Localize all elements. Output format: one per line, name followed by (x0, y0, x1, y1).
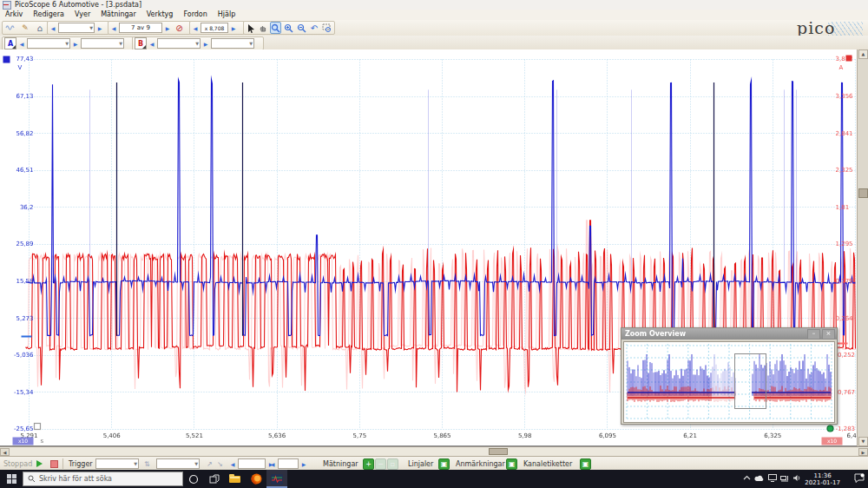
trigger-status-bar: Stoppad Trigger ▼ ⇅ ▼ ↗ ↘ ◀▶ ◀▶ Mätninga… (0, 456, 868, 470)
vertical-scroll-handle[interactable] (858, 188, 868, 198)
start-button[interactable] (36, 457, 43, 471)
tray-expand-icon[interactable] (743, 475, 751, 483)
taskbar-clock[interactable]: 11:36 2021-01-17 (805, 472, 840, 486)
start-button-windows[interactable] (0, 470, 23, 488)
zoom-factor-group: ◀ x 8,708 ▶ (189, 21, 245, 35)
delete-icon: ▫ (387, 458, 398, 470)
display-icon[interactable] (768, 474, 777, 484)
scroll-right-icon[interactable]: ▶ (858, 448, 868, 456)
zoom-out-icon[interactable] (296, 22, 307, 34)
zoom-factor-value[interactable]: x 8,708 (201, 23, 228, 33)
play-icon (36, 460, 43, 467)
view-select[interactable]: ▼ (58, 23, 95, 33)
chevron-down-icon: ▼ (194, 461, 198, 466)
menu-fordon[interactable]: Fordon (178, 10, 212, 20)
zoom-in-step-button[interactable]: ▶ (230, 25, 237, 31)
edit-measurement-button[interactable]: − (375, 457, 386, 471)
zoom-tool-icon[interactable] (270, 22, 281, 34)
capture-status: Stoppad (3, 457, 32, 471)
channel-a-range-prev[interactable]: ◀ (18, 41, 25, 47)
plus-icon: + (363, 458, 374, 470)
zoom-overview-close-button[interactable]: × (822, 329, 835, 340)
rulers-icon: ▣ (438, 458, 450, 470)
channel-a-group: A ◀ ▼ ▶ ▼ (2, 36, 134, 50)
zoom-overview-titlebar[interactable]: Zoom Overview – × (621, 328, 837, 340)
pointer-tools-group: ↶ (243, 21, 335, 35)
spin-left-icon[interactable]: ◀ (269, 461, 276, 467)
channel-a-range-select[interactable]: ▼ (27, 38, 70, 49)
scroll-left-icon[interactable]: ◀ (0, 448, 10, 456)
buffer-prev-button[interactable]: ◀ (110, 25, 117, 31)
pointer-tool-icon[interactable] (246, 22, 256, 34)
delete-measurement-button[interactable]: ▫ (387, 457, 398, 471)
buffer-next-button[interactable]: ▶ (164, 25, 171, 31)
channel-labels-button[interactable]: ▣ (580, 457, 591, 471)
scroll-up-icon[interactable]: ▲ (858, 49, 868, 59)
scroll-down-icon[interactable]: ▼ (858, 437, 868, 446)
stream-icon[interactable] (4, 22, 17, 34)
chevron-down-icon: ▼ (195, 41, 199, 46)
rising-edge-icon[interactable]: ↗ (207, 457, 213, 471)
task-view-icon[interactable] (204, 470, 225, 488)
menu-verktyg[interactable]: Verktyg (141, 10, 179, 20)
rulers-button[interactable]: ▣ (438, 457, 450, 471)
menu-vyer[interactable]: Vyer (69, 10, 95, 20)
channel-a-range-next[interactable]: ▶ (72, 41, 79, 47)
channel-b-range-prev[interactable]: ◀ (148, 41, 155, 47)
marquee-zoom-icon[interactable] (321, 22, 332, 34)
channel-b-range-next[interactable]: ▶ (202, 41, 209, 47)
channel-a-button[interactable]: A (4, 37, 16, 49)
pretrigger-spinner[interactable]: ◀▶ (269, 457, 307, 471)
channel-b-range-select[interactable]: ▼ (157, 38, 201, 49)
pretrigger-value[interactable] (278, 458, 299, 469)
zoom-overview-canvas[interactable] (623, 341, 835, 423)
spin-right-icon[interactable]: ▶ (300, 461, 307, 467)
channel-a-probe-select[interactable]: ▼ (81, 38, 124, 49)
picoscope-taskbar-icon[interactable] (266, 470, 287, 488)
vertical-scrollbar[interactable]: ▲ ▼ (857, 49, 868, 446)
spin-left-icon[interactable]: ◀ (229, 461, 236, 467)
goto-latest-icon[interactable]: ⊘ (173, 22, 186, 34)
file-explorer-icon[interactable] (225, 470, 246, 488)
menu-matningar[interactable]: Mätningar (95, 10, 141, 20)
cortana-icon[interactable] (183, 470, 204, 488)
trigger-settings-icon[interactable]: ⇅ (144, 457, 150, 471)
menu-hjalp[interactable]: Hjälp (213, 10, 240, 20)
onedrive-cloud-icon[interactable] (754, 475, 765, 484)
channel-b-button[interactable]: B (135, 37, 147, 49)
view-nav-group: ◀ ▼ ▶ (47, 21, 109, 35)
add-measurement-button[interactable]: + (363, 457, 374, 471)
falling-edge-icon[interactable]: ↘ (217, 457, 223, 471)
trigger-level-spinner[interactable]: ◀▶ (229, 457, 274, 471)
window-title: PicoScope 6 Automotive - [3.psdata] (15, 1, 141, 9)
zoom-overview-minimize-button[interactable]: – (807, 329, 820, 340)
horizontal-scroll-handle[interactable] (489, 448, 508, 455)
hand-tool-icon[interactable] (258, 22, 268, 34)
zoom-out-step-button[interactable]: ◀ (192, 25, 199, 31)
trigger-mode-select[interactable]: ▼ (95, 457, 139, 471)
view-next-button[interactable]: ▶ (96, 25, 103, 31)
stop-button[interactable] (50, 457, 58, 471)
zoom-overview-window: Zoom Overview – × (621, 327, 838, 425)
measurements-label: Mätningar (323, 457, 358, 471)
undo-zoom-icon[interactable]: ↶ (309, 22, 319, 34)
firefox-icon[interactable] (246, 470, 266, 488)
menu-arkiv[interactable]: Arkiv (0, 10, 28, 20)
notes-button[interactable]: ▣ (506, 457, 517, 471)
speaker-icon[interactable] (792, 474, 801, 484)
view-prev-button[interactable]: ◀ (49, 25, 56, 31)
menu-redigera[interactable]: Redigera (28, 10, 69, 20)
trigger-level-value[interactable] (238, 458, 266, 469)
action-center-icon[interactable] (854, 473, 865, 485)
channel-b-probe-select[interactable]: ▼ (211, 38, 254, 49)
trigger-channel-select[interactable]: ▼ (156, 457, 200, 471)
horizontal-scrollbar[interactable]: ◀ ▶ (0, 446, 868, 456)
home-icon[interactable]: ⌂ (33, 22, 46, 34)
edit-pen-icon[interactable]: ✎ (19, 22, 32, 34)
zoom-in-icon[interactable] (283, 22, 294, 34)
network-icon[interactable] (780, 474, 789, 484)
taskbar-search-input[interactable]: Skriv här för att söka (23, 472, 183, 486)
main-toolbar: ✎ ⌂ ◀ ▼ ▶ ◀ 7 av 9 ▶ ⊘ ◀ x 8,708 ▶ (0, 20, 868, 36)
notes-label: Anmärkningar (456, 457, 505, 471)
buffer-indicator[interactable]: 7 av 9 (119, 23, 162, 33)
